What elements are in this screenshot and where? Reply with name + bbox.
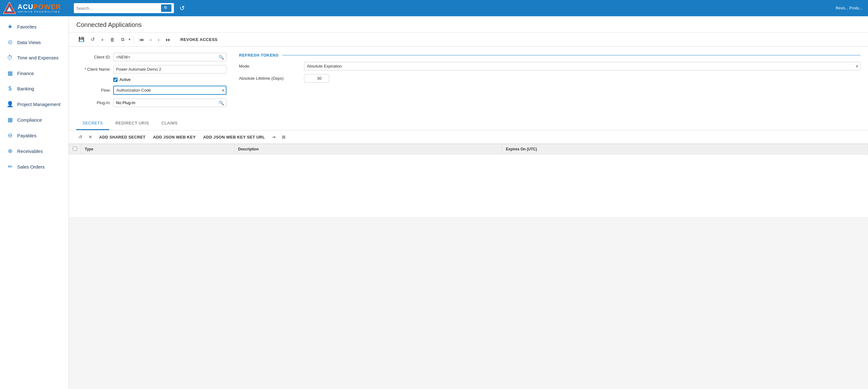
sidebar-item-label: Data Views — [17, 40, 41, 45]
add-json-web-key-set-url-button[interactable]: ADD JSON WEB KEY SET URL — [200, 133, 268, 141]
refresh-lifetime-input[interactable] — [304, 74, 329, 83]
refresh-mode-select[interactable]: Absolute Expiration Sliding Expiration N… — [304, 62, 861, 70]
main-layout: ★ Favorites ⊙ Data Views ⏱ Time and Expe… — [0, 16, 868, 389]
active-row: Active — [113, 77, 226, 82]
form-left: Client ID: 🔍 Client Name: Active — [76, 53, 226, 111]
header-right: Revis... Produ... — [836, 6, 866, 10]
receivables-icon: ⊕ — [6, 148, 13, 155]
refresh-button[interactable]: ↺ — [177, 3, 188, 13]
refresh-section-line — [282, 55, 861, 55]
banking-icon: $ — [6, 85, 13, 92]
sidebar-item-finance[interactable]: ▦ Finance — [0, 65, 68, 81]
sidebar-item-project-management[interactable]: 👤 Project Management — [0, 96, 68, 112]
client-name-input[interactable] — [113, 65, 226, 73]
client-name-label: Client Name: — [76, 67, 111, 72]
client-id-input[interactable] — [114, 53, 216, 61]
sidebar-item-label: Compliance — [17, 117, 42, 123]
refresh-section-header: REFRESH TOKENS — [239, 53, 861, 58]
client-id-input-wrapper: 🔍 — [113, 53, 226, 61]
form-area: Client ID: 🔍 Client Name: Active — [69, 46, 868, 117]
sub-toolbar: ↺ ✕ ADD SHARED SECRET ADD JSON WEB KEY A… — [69, 130, 868, 144]
sidebar-item-label: Payables — [17, 133, 37, 138]
plugin-label: Plug-In: — [76, 100, 111, 105]
refresh-section-title: REFRESH TOKENS — [239, 53, 279, 58]
logo-area: ACU POWER INFINITE POSSIBILITIES — [2, 1, 71, 15]
copy-dropdown-arrow[interactable]: ▾ — [129, 37, 130, 41]
tabs-area: SECRETS REDIRECT URIS CLAIMS — [69, 117, 868, 130]
refresh-lifetime-label: Absolute Lifetime (Days): — [239, 76, 302, 81]
favorites-icon: ★ — [6, 23, 13, 30]
toolbar: 💾 ↺ + 🗑 ⧉ ▾ ⏮ ‹ › ⏭ REVOKE ACCESS — [69, 33, 868, 46]
form-right: REFRESH TOKENS Mode: Absolute Expiration… — [239, 53, 861, 111]
page-title: Connected Applications — [76, 21, 861, 28]
add-button[interactable]: + — [99, 35, 106, 44]
active-checkbox[interactable] — [113, 77, 118, 82]
export-button[interactable]: ⊠ — [280, 133, 288, 141]
logo-power: POWER — [33, 3, 61, 11]
save-button[interactable]: 💾 — [76, 35, 87, 44]
sidebar-item-sales-orders[interactable]: ✏ Sales Orders — [0, 159, 68, 174]
refresh-lifetime-row: Absolute Lifetime (Days): — [239, 74, 861, 83]
flow-label: Flow: — [76, 88, 111, 93]
plugin-input[interactable] — [114, 99, 216, 107]
flow-select[interactable]: Authorization Code Implicit Client Crede… — [113, 86, 226, 95]
delete-button[interactable]: 🗑 — [108, 35, 117, 44]
secrets-table: Type Description Expires On (UTC) — [69, 144, 868, 217]
table-area: Type Description Expires On (UTC) — [69, 144, 868, 217]
sales-orders-icon: ✏ — [6, 163, 13, 170]
sidebar-item-label: Time and Expenses — [17, 55, 59, 60]
refresh-mode-row: Mode: Absolute Expiration Sliding Expira… — [239, 62, 861, 70]
sidebar-item-label: Banking — [17, 86, 34, 91]
sidebar-item-label: Receivables — [17, 149, 43, 154]
plugin-row: Plug-In: 🔍 — [76, 98, 226, 107]
select-all-checkbox[interactable] — [73, 147, 77, 151]
sidebar-item-receivables[interactable]: ⊕ Receivables — [0, 143, 68, 159]
refresh-mode-label: Mode: — [239, 64, 302, 68]
sidebar-item-payables[interactable]: ⊖ Payables — [0, 128, 68, 143]
col-checkbox — [69, 144, 81, 155]
plugin-input-wrapper: 🔍 — [113, 98, 226, 107]
client-id-label: Client ID: — [76, 55, 111, 59]
sidebar-item-data-views[interactable]: ⊙ Data Views — [0, 34, 68, 50]
sidebar-item-time-expenses[interactable]: ⏱ Time and Expenses — [0, 50, 68, 65]
client-id-search-icon[interactable]: 🔍 — [216, 54, 226, 61]
logo-icon — [2, 1, 16, 15]
fit-columns-button[interactable]: ⇥ — [270, 133, 278, 141]
content-area: Connected Applications 💾 ↺ + 🗑 ⧉ ▾ ⏮ ‹ ›… — [69, 16, 868, 389]
sidebar-item-banking[interactable]: $ Banking — [0, 81, 68, 96]
page-header: Connected Applications — [69, 16, 868, 33]
undo-button[interactable]: ↺ — [89, 35, 97, 44]
last-button[interactable]: ⏭ — [163, 35, 173, 44]
finance-icon: ▦ — [6, 70, 13, 76]
col-expires: Expires On (UTC) — [502, 144, 868, 155]
client-name-row: Client Name: — [76, 65, 226, 73]
refresh-mode-select-wrapper: Absolute Expiration Sliding Expiration N… — [304, 62, 861, 70]
tab-secrets[interactable]: SECRETS — [76, 117, 109, 130]
copy-button[interactable]: ⧉ — [119, 35, 127, 44]
flow-select-wrapper: Authorization Code Implicit Client Crede… — [113, 86, 226, 95]
time-expenses-icon: ⏱ — [6, 55, 13, 61]
secrets-cancel-button[interactable]: ✕ — [86, 133, 94, 141]
project-management-icon: 👤 — [6, 101, 13, 107]
plugin-search-icon[interactable]: 🔍 — [216, 99, 226, 107]
active-label: Active — [120, 77, 130, 82]
prev-button[interactable]: ‹ — [148, 35, 154, 44]
sidebar-item-favorites[interactable]: ★ Favorites — [0, 19, 68, 34]
tab-claims[interactable]: CLAIMS — [155, 117, 184, 130]
search-button[interactable]: 🔍 — [161, 4, 172, 12]
add-json-web-key-button[interactable]: ADD JSON WEB KEY — [150, 133, 198, 141]
search-input[interactable] — [76, 6, 159, 11]
tabs-row: SECRETS REDIRECT URIS CLAIMS — [76, 117, 861, 130]
secrets-refresh-button[interactable]: ↺ — [76, 133, 85, 141]
add-shared-secret-button[interactable]: ADD SHARED SECRET — [96, 133, 148, 141]
search-bar: 🔍 — [74, 3, 174, 13]
sidebar-item-compliance[interactable]: ▦ Compliance — [0, 112, 68, 128]
table-body — [69, 155, 868, 217]
logo-acu: ACU — [18, 3, 33, 11]
revoke-access-button[interactable]: REVOKE ACCESS — [177, 36, 221, 43]
tab-redirect-uris[interactable]: REDIRECT URIS — [109, 117, 155, 130]
logo-tagline: INFINITE POSSIBILITIES — [18, 11, 61, 13]
logo-text: ACU POWER INFINITE POSSIBILITIES — [18, 3, 61, 13]
first-button[interactable]: ⏮ — [137, 35, 146, 44]
next-button[interactable]: › — [156, 35, 162, 44]
